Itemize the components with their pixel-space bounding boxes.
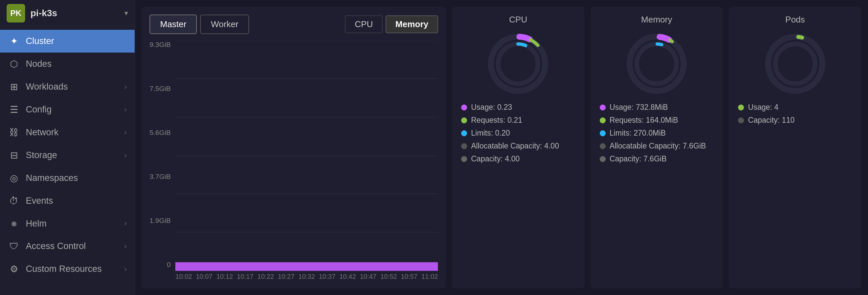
chevron-right-icon: › (124, 128, 127, 137)
memory-donut (624, 31, 690, 97)
sidebar-item-label-namespaces: Namespaces (26, 173, 127, 183)
sidebar-item-helm[interactable]: ⎈Helm› (0, 212, 135, 235)
chart-body: 10:0210:0710:1210:1710:2210:2710:3210:37… (175, 41, 438, 281)
memory-card: Memory Usage: 732.8MiB (590, 7, 723, 288)
x-label: 10:07 (196, 273, 212, 281)
x-label: 10:52 (380, 273, 397, 281)
chart-tabs: MasterWorkerCPUMemory (150, 14, 438, 34)
chevron-right-icon: › (124, 265, 127, 273)
view-btn-cpu[interactable]: CPU (345, 15, 382, 33)
chevron-right-icon: › (124, 242, 127, 251)
capacity-dot (738, 118, 744, 123)
sidebar-item-label-workloads: Workloads (26, 82, 118, 92)
stat-row: Capacity: 4.00 (461, 155, 575, 163)
helm-icon: ⎈ (8, 218, 20, 229)
pods-usage: Usage: 4 (748, 103, 778, 112)
pods-capacity: Capacity: 110 (748, 116, 795, 125)
main-content: MasterWorkerCPUMemory 9.3GiB7.5GiB5.6GiB… (135, 0, 868, 295)
sidebar: PK pi-k3s ▾ ✦Cluster⬡Nodes⊞Workloads›☰Co… (0, 0, 135, 295)
donut-panels: CPU Usage: 0.23 (452, 7, 861, 288)
sidebar-header[interactable]: PK pi-k3s ▾ (0, 0, 135, 27)
stat-row: Usage: 0.23 (461, 103, 575, 112)
pods-title: Pods (785, 14, 805, 25)
x-label: 10:47 (360, 273, 376, 281)
sidebar-item-label-events: Events (26, 196, 127, 206)
memory-title: Memory (641, 14, 672, 25)
sidebar-nav: ✦Cluster⬡Nodes⊞Workloads›☰Config›⛓Networ… (0, 27, 135, 295)
stat-row: Limits: 270.0MiB (600, 129, 714, 138)
sidebar-item-storage[interactable]: ⊟Storage› (0, 144, 135, 167)
y-label: 1.9GiB (150, 217, 171, 225)
svg-rect-7 (175, 262, 438, 271)
cluster-name: pi-k3s (30, 8, 119, 19)
requests-dot (461, 118, 467, 123)
y-label: 3.7GiB (150, 173, 171, 181)
x-label: 10:42 (339, 273, 356, 281)
cpu-usage: Usage: 0.23 (471, 103, 512, 112)
svg-point-11 (498, 44, 538, 84)
sidebar-item-network[interactable]: ⛓Network› (0, 121, 135, 144)
capacity-dot (600, 156, 606, 162)
usage-dot (738, 104, 744, 110)
usage-dot (461, 104, 467, 110)
y-label: 0 (167, 261, 171, 268)
memory-usage: Usage: 732.8MiB (610, 103, 668, 112)
tab-worker[interactable]: Worker (200, 14, 249, 34)
sidebar-item-label-custom-resources: Custom Resources (26, 264, 118, 274)
cpu-card: CPU Usage: 0.23 (452, 7, 585, 288)
storage-icon: ⊟ (8, 150, 20, 161)
sidebar-item-namespaces[interactable]: ◎Namespaces (0, 167, 135, 190)
access-control-icon: 🛡 (8, 241, 20, 252)
chevron-right-icon: › (124, 83, 127, 91)
chart-area: 9.3GiB7.5GiB5.6GiB3.7GiB1.9GiB0 (150, 41, 438, 281)
stat-row: Usage: 4 (738, 103, 852, 112)
svg-point-16 (637, 44, 677, 84)
chart-y-labels: 9.3GiB7.5GiB5.6GiB3.7GiB1.9GiB0 (150, 41, 175, 281)
cpu-allocatable: Allocatable Capacity: 4.00 (471, 141, 559, 151)
x-label: 10:27 (278, 273, 294, 281)
view-btn-memory[interactable]: Memory (386, 15, 438, 33)
x-label: 10:22 (257, 273, 274, 281)
sidebar-item-cluster[interactable]: ✦Cluster (0, 30, 135, 53)
x-label: 10:37 (319, 273, 335, 281)
cpu-stats: Usage: 0.23 Requests: 0.21 Limits: 0.20 … (461, 103, 575, 163)
namespaces-icon: ◎ (8, 173, 20, 184)
sidebar-item-label-network: Network (26, 127, 118, 138)
allocatable-dot (461, 143, 467, 149)
memory-requests: Requests: 164.0MiB (610, 116, 678, 125)
sidebar-item-access-control[interactable]: 🛡Access Control› (0, 235, 135, 258)
pods-card: Pods Usage: 4 Capacity: 110 (729, 7, 861, 288)
x-label: 11:02 (422, 273, 438, 281)
config-icon: ☰ (8, 104, 20, 115)
sidebar-item-label-config: Config (26, 104, 118, 115)
pods-stats: Usage: 4 Capacity: 110 (738, 103, 852, 125)
y-label: 9.3GiB (150, 41, 171, 48)
sidebar-item-nodes[interactable]: ⬡Nodes (0, 53, 135, 75)
capacity-dot (461, 156, 467, 162)
sidebar-item-label-cluster: Cluster (26, 36, 127, 46)
sidebar-item-workloads[interactable]: ⊞Workloads› (0, 75, 135, 98)
cluster-icon: ✦ (8, 36, 20, 46)
stat-row: Requests: 0.21 (461, 116, 575, 125)
memory-allocatable: Allocatable Capacity: 7.6GiB (610, 141, 706, 151)
y-label: 5.6GiB (150, 129, 171, 137)
chevron-right-icon: › (124, 151, 127, 160)
memory-stats: Usage: 732.8MiB Requests: 164.0MiB Limit… (600, 103, 714, 163)
memory-capacity: Capacity: 7.6GiB (610, 155, 667, 163)
network-icon: ⛓ (8, 127, 20, 138)
sidebar-item-label-access-control: Access Control (26, 241, 118, 251)
tab-master[interactable]: Master (150, 14, 197, 34)
allocatable-dot (600, 143, 606, 149)
sidebar-item-events[interactable]: ⏱Events (0, 190, 135, 212)
avatar: PK (7, 4, 25, 23)
workloads-icon: ⊞ (8, 81, 20, 92)
sidebar-item-config[interactable]: ☰Config› (0, 98, 135, 121)
x-label: 10:17 (237, 273, 253, 281)
sidebar-item-custom-resources[interactable]: ⚙Custom Resources› (0, 258, 135, 281)
stat-row: Usage: 732.8MiB (600, 103, 714, 112)
cpu-capacity: Capacity: 4.00 (471, 155, 520, 163)
cpu-limits: Limits: 0.20 (471, 129, 510, 138)
stat-row: Requests: 164.0MiB (600, 116, 714, 125)
pods-donut (762, 31, 828, 97)
stat-row: Allocatable Capacity: 7.6GiB (600, 141, 714, 151)
